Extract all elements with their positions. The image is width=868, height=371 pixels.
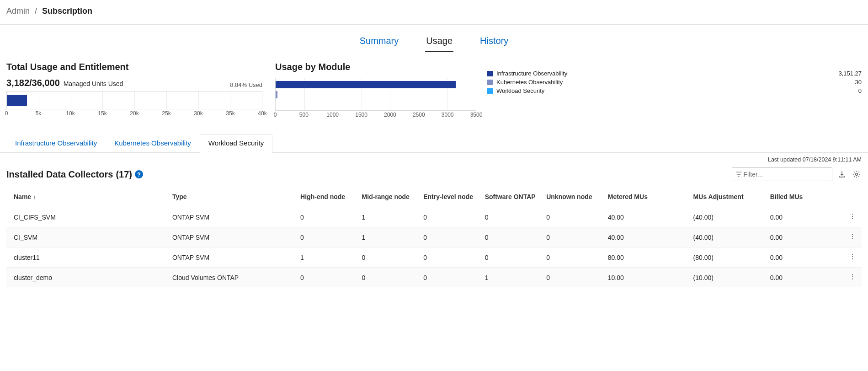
total-usage-title: Total Usage and Entitlement	[6, 62, 262, 72]
usage-percent: 8.84% Used	[230, 81, 262, 88]
th-sw[interactable]: Software ONTAP	[481, 188, 543, 207]
usage-axis-tick: 15k	[98, 110, 107, 117]
th-name[interactable]: Name↑	[6, 188, 169, 207]
usage-axis-tick: 20k	[130, 110, 138, 117]
cell-name: CI_SVM	[6, 227, 169, 247]
svg-point-12	[852, 279, 853, 280]
cell-adj: (40.00)	[690, 227, 767, 247]
cell-entry: 0	[420, 227, 481, 247]
cell-unk: 0	[543, 227, 604, 247]
table-row: cluster11ONTAP SVM1000080.00(80.00)0.00	[6, 247, 862, 268]
page-tabs: Summary Usage History	[0, 25, 868, 55]
th-mid[interactable]: Mid-range node	[358, 188, 420, 207]
legend-row: Workload Security0	[487, 86, 862, 95]
breadcrumb-root[interactable]: Admin	[6, 6, 30, 16]
usage-axis-tick: 25k	[162, 110, 170, 117]
cell-bill: 0.00	[767, 268, 843, 288]
cell-name: CI_CIFS_SVM	[6, 207, 169, 227]
svg-point-1	[852, 214, 853, 215]
cell-mid: 0	[358, 247, 420, 268]
cell-high: 0	[297, 207, 358, 227]
th-high[interactable]: High-end node	[297, 188, 358, 207]
th-adj[interactable]: MUs Adjustment	[690, 188, 767, 207]
cell-high: 0	[297, 268, 358, 288]
table-row: cluster_demoCloud Volumes ONTAP0001010.0…	[6, 268, 862, 288]
th-entry[interactable]: Entry-level node	[420, 188, 481, 207]
th-type[interactable]: Type	[169, 188, 297, 207]
filter-box[interactable]	[732, 167, 832, 181]
module-bar	[276, 91, 277, 98]
usage-axis-tick: 35k	[226, 110, 234, 117]
collectors-table: Name↑ Type High-end node Mid-range node …	[6, 188, 862, 287]
idc-title-text: Installed Data Collectors	[6, 169, 113, 180]
legend-row: Kubernetes Observability30	[487, 78, 862, 86]
module-chart-area	[275, 78, 476, 111]
subtab-k8s[interactable]: Kubernetes Observability	[106, 134, 200, 153]
module-chart-axis: 0500100015002000250030003500	[275, 112, 476, 120]
legend-swatch	[487, 88, 493, 94]
cell-entry: 0	[420, 207, 481, 227]
breadcrumb-sep: /	[32, 6, 40, 16]
filter-input[interactable]	[743, 170, 829, 178]
cell-name: cluster11	[6, 247, 169, 268]
cell-unk: 0	[543, 207, 604, 227]
tab-summary[interactable]: Summary	[359, 34, 400, 52]
help-icon[interactable]: ?	[135, 170, 143, 178]
th-bill[interactable]: Billed MUs	[767, 188, 843, 207]
row-actions-icon[interactable]	[847, 233, 858, 240]
last-updated: Last updated 07/18/2024 9:11:11 AM	[0, 153, 868, 163]
export-icon[interactable]	[837, 169, 847, 179]
cell-unk: 0	[543, 247, 604, 268]
row-actions-icon[interactable]	[847, 213, 858, 220]
usage-bar-axis: 05k10k15k20k25k30k35k40k	[6, 110, 262, 118]
cell-adj: (40.00)	[690, 207, 767, 227]
module-axis-tick: 3000	[442, 112, 454, 118]
tab-history[interactable]: History	[479, 34, 509, 52]
svg-point-9	[852, 258, 853, 259]
legend-row: Infrastructure Observability3,151.27	[487, 69, 862, 78]
th-met[interactable]: Metered MUs	[604, 188, 690, 207]
svg-point-3	[852, 218, 853, 219]
module-bar	[276, 81, 456, 88]
cell-high: 1	[297, 247, 358, 268]
cell-mid: 0	[358, 268, 420, 288]
legend-label: Workload Security	[496, 87, 544, 94]
subtab-infra[interactable]: Infrastructure Observability	[6, 134, 106, 153]
cell-high: 0	[297, 227, 358, 247]
usage-axis-tick: 30k	[194, 110, 202, 117]
tab-usage[interactable]: Usage	[425, 34, 453, 52]
module-axis-tick: 1000	[326, 112, 339, 118]
row-actions-icon[interactable]	[847, 253, 858, 260]
legend-swatch	[487, 71, 493, 76]
th-unk[interactable]: Unknown node	[543, 188, 604, 207]
svg-point-0	[856, 173, 858, 176]
breadcrumb: Admin / Subscription	[0, 0, 868, 25]
total-usage-panel: Total Usage and Entitlement 3,182/36,000…	[6, 59, 262, 120]
usage-bar-box	[6, 91, 262, 109]
subtab-workload-security[interactable]: Workload Security	[200, 134, 272, 153]
svg-point-10	[852, 274, 853, 275]
cell-adj: (80.00)	[690, 247, 767, 268]
cell-entry: 0	[420, 268, 481, 288]
legend-swatch	[487, 80, 493, 85]
module-legend: Infrastructure Observability3,151.27Kube…	[487, 59, 862, 120]
svg-point-4	[852, 234, 853, 235]
cell-type: ONTAP SVM	[169, 207, 297, 227]
module-axis-tick: 0	[274, 112, 277, 118]
cell-met: 10.00	[604, 268, 690, 288]
module-usage-title: Usage by Module	[275, 62, 476, 72]
table-row: CI_SVMONTAP SVM0100040.00(40.00)0.00	[6, 227, 862, 247]
cell-met: 40.00	[604, 207, 690, 227]
usage-axis-tick: 5k	[36, 110, 42, 117]
sort-asc-icon: ↑	[31, 194, 36, 200]
usage-bar-fill	[7, 95, 27, 106]
cell-entry: 0	[420, 247, 481, 268]
legend-value: 0	[858, 87, 862, 94]
module-axis-tick: 500	[299, 112, 309, 118]
usage-axis-tick: 0	[5, 110, 8, 117]
sub-tabs: Infrastructure Observability Kubernetes …	[0, 122, 868, 153]
module-axis-tick: 2500	[413, 112, 425, 118]
filter-icon	[735, 170, 743, 178]
gear-icon[interactable]	[852, 169, 862, 179]
row-actions-icon[interactable]	[847, 273, 858, 280]
